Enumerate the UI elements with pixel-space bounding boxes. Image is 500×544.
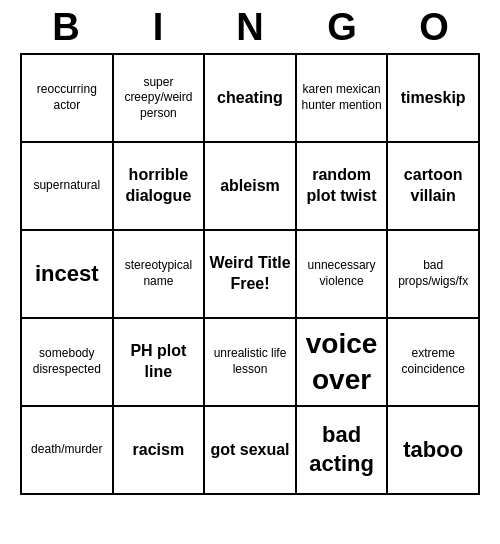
bingo-cell: horrible dialogue: [114, 143, 206, 231]
bingo-cell: bad props/wigs/fx: [388, 231, 480, 319]
bingo-cell: voice over: [297, 319, 389, 407]
bingo-cell: PH plot line: [114, 319, 206, 407]
bingo-cell: random plot twist: [297, 143, 389, 231]
title-letter: O: [388, 6, 480, 49]
bingo-row: reoccurring actorsuper creepy/weird pers…: [22, 55, 480, 143]
bingo-cell: somebody disrespected: [22, 319, 114, 407]
bingo-row: somebody disrespectedPH plot lineunreali…: [22, 319, 480, 407]
bingo-cell: timeskip: [388, 55, 480, 143]
bingo-cell: death/murder: [22, 407, 114, 495]
bingo-cell: incest: [22, 231, 114, 319]
bingo-cell: reoccurring actor: [22, 55, 114, 143]
bingo-grid: reoccurring actorsuper creepy/weird pers…: [20, 53, 480, 495]
bingo-cell: bad acting: [297, 407, 389, 495]
title-letter: B: [20, 6, 112, 49]
bingo-cell: cheating: [205, 55, 297, 143]
bingo-cell: unrealistic life lesson: [205, 319, 297, 407]
bingo-row: supernaturalhorrible dialogueableismrand…: [22, 143, 480, 231]
bingo-row: inceststereotypical nameWeird Title Free…: [22, 231, 480, 319]
bingo-cell: got sexual: [205, 407, 297, 495]
bingo-cell: taboo: [388, 407, 480, 495]
bingo-cell: extreme coincidence: [388, 319, 480, 407]
bingo-cell: supernatural: [22, 143, 114, 231]
title-letter: N: [204, 6, 296, 49]
title-letter: I: [112, 6, 204, 49]
bingo-row: death/murderracismgot sexualbad actingta…: [22, 407, 480, 495]
bingo-cell: super creepy/weird person: [114, 55, 206, 143]
bingo-cell: unnecessary violence: [297, 231, 389, 319]
bingo-cell: Weird Title Free!: [205, 231, 297, 319]
bingo-cell: racism: [114, 407, 206, 495]
bingo-cell: ableism: [205, 143, 297, 231]
bingo-cell: stereotypical name: [114, 231, 206, 319]
title-letter: G: [296, 6, 388, 49]
bingo-cell: cartoon villain: [388, 143, 480, 231]
bingo-cell: karen mexican hunter mention: [297, 55, 389, 143]
bingo-title: BINGO: [20, 0, 480, 53]
